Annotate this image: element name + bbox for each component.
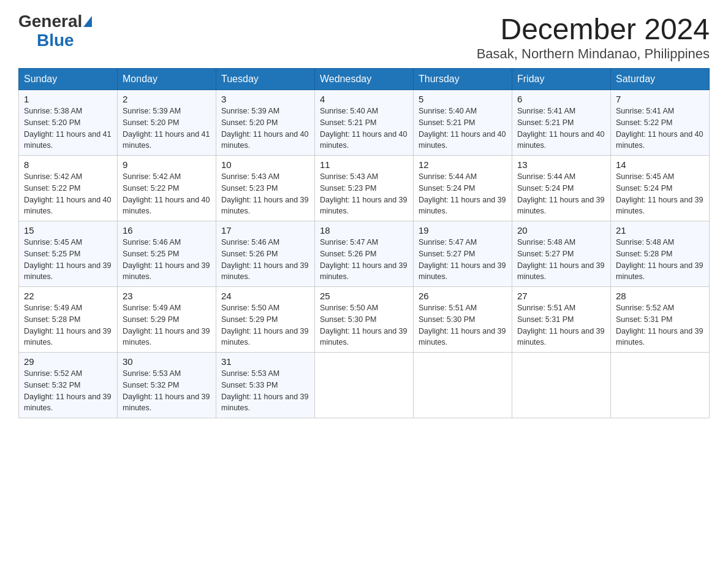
day-cell-21: 21Sunrise: 5:48 AMSunset: 5:28 PMDayligh… <box>611 221 710 287</box>
day-cell-26: 26Sunrise: 5:51 AMSunset: 5:30 PMDayligh… <box>414 287 512 353</box>
day-number: 2 <box>123 94 211 104</box>
day-number: 1 <box>24 94 112 104</box>
day-number: 22 <box>24 291 112 301</box>
day-cell-27: 27Sunrise: 5:51 AMSunset: 5:31 PMDayligh… <box>512 287 611 353</box>
header-row: SundayMondayTuesdayWednesdayThursdayFrid… <box>19 69 710 90</box>
header-cell-monday: Monday <box>118 69 216 90</box>
day-info: Sunrise: 5:51 AMSunset: 5:30 PMDaylight:… <box>419 302 507 348</box>
day-cell-28: 28Sunrise: 5:52 AMSunset: 5:31 PMDayligh… <box>611 287 710 353</box>
title-block: December 2024 Basak, Northern Mindanao, … <box>477 12 710 62</box>
day-number: 26 <box>419 291 507 301</box>
day-info: Sunrise: 5:50 AMSunset: 5:29 PMDaylight:… <box>221 302 309 348</box>
day-cell-10: 10Sunrise: 5:43 AMSunset: 5:23 PMDayligh… <box>216 156 315 221</box>
calendar-header: SundayMondayTuesdayWednesdayThursdayFrid… <box>19 69 710 90</box>
day-info: Sunrise: 5:46 AMSunset: 5:26 PMDaylight:… <box>221 237 309 283</box>
day-number: 12 <box>419 159 507 170</box>
day-info: Sunrise: 5:46 AMSunset: 5:25 PMDaylight:… <box>123 237 211 283</box>
header-cell-sunday: Sunday <box>19 69 118 90</box>
day-info: Sunrise: 5:49 AMSunset: 5:28 PMDaylight:… <box>24 302 112 348</box>
logo-triangle-icon <box>83 16 92 27</box>
week-row-3: 15Sunrise: 5:45 AMSunset: 5:25 PMDayligh… <box>19 221 710 287</box>
empty-cell <box>512 353 611 418</box>
day-cell-8: 8Sunrise: 5:42 AMSunset: 5:22 PMDaylight… <box>19 156 118 221</box>
day-cell-5: 5Sunrise: 5:40 AMSunset: 5:21 PMDaylight… <box>414 90 512 156</box>
day-cell-6: 6Sunrise: 5:41 AMSunset: 5:21 PMDaylight… <box>512 90 611 156</box>
logo-blue-text: Blue <box>37 31 74 50</box>
day-number: 17 <box>221 225 309 236</box>
day-info: Sunrise: 5:47 AMSunset: 5:26 PMDaylight:… <box>320 237 408 283</box>
day-cell-22: 22Sunrise: 5:49 AMSunset: 5:28 PMDayligh… <box>19 287 118 353</box>
day-cell-7: 7Sunrise: 5:41 AMSunset: 5:22 PMDaylight… <box>611 90 710 156</box>
day-number: 9 <box>123 159 211 170</box>
day-number: 20 <box>517 225 605 236</box>
day-info: Sunrise: 5:48 AMSunset: 5:27 PMDaylight:… <box>517 237 605 283</box>
day-number: 29 <box>24 356 112 367</box>
day-cell-25: 25Sunrise: 5:50 AMSunset: 5:30 PMDayligh… <box>315 287 414 353</box>
day-info: Sunrise: 5:48 AMSunset: 5:28 PMDaylight:… <box>616 237 704 283</box>
day-info: Sunrise: 5:45 AMSunset: 5:24 PMDaylight:… <box>616 171 704 217</box>
day-cell-16: 16Sunrise: 5:46 AMSunset: 5:25 PMDayligh… <box>118 221 216 287</box>
day-cell-14: 14Sunrise: 5:45 AMSunset: 5:24 PMDayligh… <box>611 156 710 221</box>
day-number: 31 <box>221 356 309 367</box>
day-info: Sunrise: 5:39 AMSunset: 5:20 PMDaylight:… <box>221 105 309 151</box>
location-title: Basak, Northern Mindanao, Philippines <box>477 46 710 62</box>
day-info: Sunrise: 5:44 AMSunset: 5:24 PMDaylight:… <box>419 171 507 217</box>
day-info: Sunrise: 5:49 AMSunset: 5:29 PMDaylight:… <box>123 302 211 348</box>
day-number: 15 <box>24 225 112 236</box>
day-info: Sunrise: 5:53 AMSunset: 5:32 PMDaylight:… <box>123 368 211 414</box>
day-cell-18: 18Sunrise: 5:47 AMSunset: 5:26 PMDayligh… <box>315 221 414 287</box>
day-cell-19: 19Sunrise: 5:47 AMSunset: 5:27 PMDayligh… <box>414 221 512 287</box>
month-title: December 2024 <box>477 12 710 46</box>
day-number: 16 <box>123 225 211 236</box>
day-info: Sunrise: 5:40 AMSunset: 5:21 PMDaylight:… <box>320 105 408 151</box>
day-number: 8 <box>24 159 112 170</box>
empty-cell <box>315 353 414 418</box>
header-cell-friday: Friday <box>512 69 611 90</box>
calendar-table: SundayMondayTuesdayWednesdayThursdayFrid… <box>18 68 710 418</box>
day-info: Sunrise: 5:41 AMSunset: 5:21 PMDaylight:… <box>517 105 605 151</box>
day-cell-12: 12Sunrise: 5:44 AMSunset: 5:24 PMDayligh… <box>414 156 512 221</box>
day-cell-23: 23Sunrise: 5:49 AMSunset: 5:29 PMDayligh… <box>118 287 216 353</box>
week-row-5: 29Sunrise: 5:52 AMSunset: 5:32 PMDayligh… <box>19 353 710 418</box>
day-info: Sunrise: 5:43 AMSunset: 5:23 PMDaylight:… <box>221 171 309 217</box>
day-info: Sunrise: 5:50 AMSunset: 5:30 PMDaylight:… <box>320 302 408 348</box>
day-cell-31: 31Sunrise: 5:53 AMSunset: 5:33 PMDayligh… <box>216 353 315 418</box>
day-number: 10 <box>221 159 309 170</box>
day-number: 21 <box>616 225 704 236</box>
day-info: Sunrise: 5:52 AMSunset: 5:31 PMDaylight:… <box>616 302 704 348</box>
day-number: 18 <box>320 225 408 236</box>
header-cell-wednesday: Wednesday <box>315 69 414 90</box>
day-cell-17: 17Sunrise: 5:46 AMSunset: 5:26 PMDayligh… <box>216 221 315 287</box>
day-number: 28 <box>616 291 704 301</box>
week-row-4: 22Sunrise: 5:49 AMSunset: 5:28 PMDayligh… <box>19 287 710 353</box>
calendar-body: 1Sunrise: 5:38 AMSunset: 5:20 PMDaylight… <box>19 90 710 418</box>
day-cell-4: 4Sunrise: 5:40 AMSunset: 5:21 PMDaylight… <box>315 90 414 156</box>
day-number: 6 <box>517 94 605 104</box>
day-info: Sunrise: 5:45 AMSunset: 5:25 PMDaylight:… <box>24 237 112 283</box>
header-cell-saturday: Saturday <box>611 69 710 90</box>
day-number: 5 <box>419 94 507 104</box>
page-header: General Blue December 2024 Basak, Northe… <box>18 12 710 62</box>
day-number: 25 <box>320 291 408 301</box>
day-info: Sunrise: 5:42 AMSunset: 5:22 PMDaylight:… <box>24 171 112 217</box>
day-info: Sunrise: 5:52 AMSunset: 5:32 PMDaylight:… <box>24 368 112 414</box>
day-cell-13: 13Sunrise: 5:44 AMSunset: 5:24 PMDayligh… <box>512 156 611 221</box>
day-cell-15: 15Sunrise: 5:45 AMSunset: 5:25 PMDayligh… <box>19 221 118 287</box>
day-number: 4 <box>320 94 408 104</box>
week-row-1: 1Sunrise: 5:38 AMSunset: 5:20 PMDaylight… <box>19 90 710 156</box>
day-info: Sunrise: 5:47 AMSunset: 5:27 PMDaylight:… <box>419 237 507 283</box>
day-info: Sunrise: 5:51 AMSunset: 5:31 PMDaylight:… <box>517 302 605 348</box>
day-cell-2: 2Sunrise: 5:39 AMSunset: 5:20 PMDaylight… <box>118 90 216 156</box>
day-number: 27 <box>517 291 605 301</box>
day-info: Sunrise: 5:53 AMSunset: 5:33 PMDaylight:… <box>221 368 309 414</box>
day-number: 7 <box>616 94 704 104</box>
day-info: Sunrise: 5:44 AMSunset: 5:24 PMDaylight:… <box>517 171 605 217</box>
day-cell-9: 9Sunrise: 5:42 AMSunset: 5:22 PMDaylight… <box>118 156 216 221</box>
day-number: 14 <box>616 159 704 170</box>
day-number: 24 <box>221 291 309 301</box>
logo: General Blue <box>18 12 92 50</box>
day-number: 3 <box>221 94 309 104</box>
day-cell-24: 24Sunrise: 5:50 AMSunset: 5:29 PMDayligh… <box>216 287 315 353</box>
header-cell-thursday: Thursday <box>414 69 512 90</box>
day-number: 11 <box>320 159 408 170</box>
